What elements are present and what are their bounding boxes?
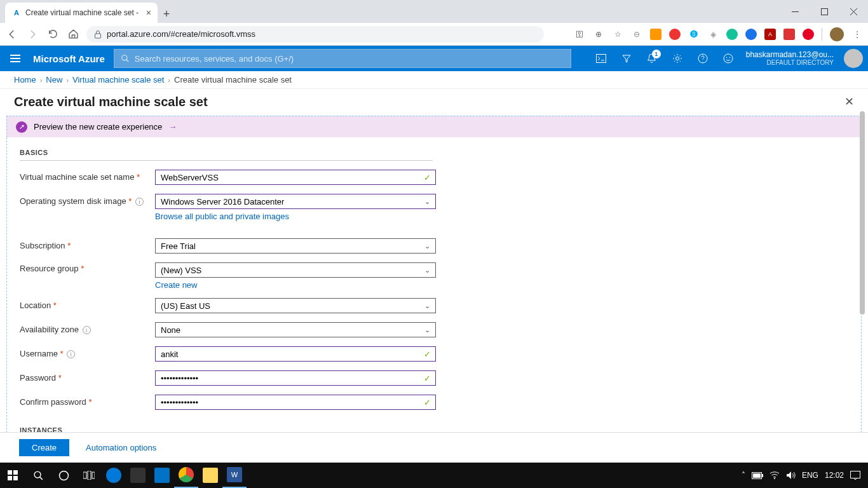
home-button[interactable] [66,27,80,41]
availability-zone-label: Availability zone i [20,322,155,334]
automation-options-link[interactable]: Automation options [86,443,156,452]
scrollbar[interactable] [858,111,867,448]
search-taskbar-icon[interactable] [25,463,51,488]
action-center-icon[interactable] [850,471,860,480]
taskbar-clock[interactable]: 12:02 [825,471,844,480]
wifi-icon[interactable] [770,471,780,479]
breadcrumb: Home › New › Virtual machine scale set ›… [0,71,868,89]
volume-icon[interactable] [786,471,796,480]
chevron-right-icon: › [40,76,43,84]
feedback-icon[interactable] [715,46,741,71]
browser-toolbar: portal.azure.com/#create/microsoft.vmss … [0,23,868,46]
start-button[interactable] [0,463,25,488]
header-actions: 1 bhaskarmadan.123@ou... DEFAULT DIRECTO… [588,46,868,71]
cortana-icon[interactable] [51,463,76,488]
blade-close-icon[interactable]: ✕ [844,95,854,109]
ext5-icon[interactable] [783,29,795,40]
ext1-icon[interactable] [650,29,661,40]
windows-taskbar: W ˄ ENG 12:02 [0,463,868,488]
vmss-name-input[interactable] [155,170,436,185]
breadcrumb-home[interactable]: Home [14,75,36,85]
subscription-label: Subscription * [20,238,155,250]
grammarly-icon[interactable] [726,29,738,40]
noentry-icon[interactable]: ⊖ [631,29,642,40]
info-icon[interactable]: i [135,198,144,206]
window-minimize-icon[interactable] [780,0,810,23]
taskbar-language[interactable]: ENG [802,471,818,480]
mail-app-icon[interactable] [150,463,174,488]
task-view-icon[interactable] [76,463,102,488]
confirm-password-label: Confirm password * [20,395,155,407]
new-tab-button[interactable]: + [158,5,175,23]
edge-app-icon[interactable] [102,463,126,488]
notification-badge: 1 [652,50,661,58]
subscription-select[interactable]: Free Trial ⌄ [155,238,436,254]
create-new-rg-link[interactable]: Create new [155,280,197,290]
preview-banner[interactable]: ➚ Preview the new create experience → [6,116,862,137]
username-input[interactable] [155,346,436,362]
pdf-icon[interactable]: A [764,29,776,40]
tray-expand-icon[interactable]: ˄ [742,471,745,480]
svg-rect-13 [8,470,12,475]
skype-icon[interactable]: 🅢 [688,29,700,40]
store-app-icon[interactable] [126,463,150,488]
svg-rect-21 [88,471,91,480]
cloud-shell-icon[interactable] [588,46,614,71]
info-icon[interactable]: i [83,326,91,334]
chrome-app-icon[interactable] [174,463,198,488]
window-close-icon[interactable] [839,0,868,23]
availability-zone-select[interactable]: None ⌄ [155,322,436,337]
directory-filter-icon[interactable] [614,46,639,71]
svg-point-19 [59,471,68,480]
reload-button[interactable] [46,27,60,41]
browser-tab[interactable]: A Create virtual machine scale set - × [5,3,158,23]
address-bar[interactable]: portal.azure.com/#create/microsoft.vmss [86,26,544,43]
checkmark-icon: ✓ [424,349,431,359]
profile-avatar-icon[interactable] [830,27,844,41]
search-icon [121,54,130,63]
notifications-icon[interactable]: 1 [639,46,665,71]
chevron-down-icon: ⌄ [424,302,430,310]
help-icon[interactable] [690,46,715,71]
word-app-icon[interactable]: W [222,463,247,488]
resource-group-label: Resource group * [20,262,155,273]
pinterest-icon[interactable] [803,29,814,40]
scrollbar-thumb[interactable] [860,111,865,315]
battery-icon[interactable] [752,472,763,479]
os-image-select[interactable]: Windows Server 2016 Datacenter ⌄ [155,194,436,209]
rocket-icon: ➚ [16,121,27,133]
star-icon[interactable]: ☆ [612,29,623,40]
breadcrumb-new[interactable]: New [46,75,62,85]
user-directory: DEFAULT DIRECTORY [746,59,834,67]
ext3-icon[interactable]: ◈ [707,29,719,40]
portal-search-input[interactable]: Search resources, services, and docs (G+… [114,49,571,68]
browse-images-link[interactable]: Browse all public and private images [155,212,289,221]
ext4-icon[interactable] [745,29,757,40]
back-button[interactable] [5,27,19,41]
tab-close-icon[interactable]: × [146,8,151,18]
ext2-icon[interactable] [669,29,681,40]
browser-extension-area: ⚿ ⊕ ☆ ⊖ 🅢 ◈ A ⋮ [574,27,863,41]
resource-group-select[interactable]: (New) VSS ⌄ [155,262,436,278]
key-icon[interactable]: ⚿ [574,29,585,40]
azure-brand[interactable]: Microsoft Azure [31,53,114,64]
info-icon[interactable]: i [67,350,75,358]
password-input[interactable] [155,370,436,386]
create-button[interactable]: Create [19,439,69,456]
svg-point-8 [675,57,679,60]
zoom-icon[interactable]: ⊕ [593,29,604,40]
settings-icon[interactable] [665,46,690,71]
portal-menu-button[interactable] [0,55,31,62]
location-select[interactable]: (US) East US ⌄ [155,298,436,313]
checkmark-icon: ✓ [424,398,431,407]
breadcrumb-vmss[interactable]: Virtual machine scale set [72,75,164,85]
lock-icon [94,30,102,39]
url-text: portal.azure.com/#create/microsoft.vmss [107,29,255,39]
explorer-app-icon[interactable] [198,463,222,488]
browser-menu-icon[interactable]: ⋮ [851,29,863,40]
forward-button[interactable] [25,27,39,41]
confirm-password-input[interactable] [155,395,436,410]
window-maximize-icon[interactable] [810,0,839,23]
user-account-area[interactable]: bhaskarmadan.123@ou... DEFAULT DIRECTORY [741,50,839,67]
user-avatar-icon[interactable] [844,49,863,68]
